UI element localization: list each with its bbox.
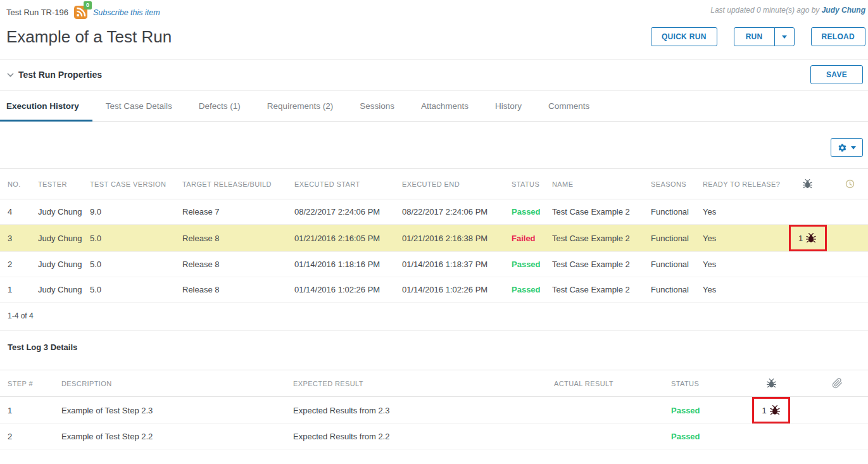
col-expected-result[interactable]: EXPECTED RESULT [286,370,546,397]
cell-no: 2 [0,252,30,277]
properties-title: Test Run Properties [18,70,102,80]
tab-bar: Execution History Test Case Details Defe… [0,91,868,122]
test-log-steps-table: STEP # DESCRIPTION EXPECTED RESULT ACTUA… [0,370,868,449]
cell-start: 08/22/2017 2:24:06 PM [287,199,394,225]
cell-seasons: Functional [643,252,695,277]
cell-tester: Judy Chung [30,277,82,303]
item-id-label: Test Run TR-196 [6,8,68,17]
cell-tester: Judy Chung [30,225,82,252]
cell-no: 4 [0,199,30,225]
defect-annotation-box[interactable]: 1 [789,225,827,251]
step-row[interactable]: 1 Example of Test Step 2.3 Expected Resu… [0,397,868,424]
grid-toolbar [0,122,868,168]
cell-actual [546,424,664,449]
page-title: Example of a Test Run [6,26,172,47]
tab-sessions[interactable]: Sessions [346,91,408,121]
bug-icon [766,378,777,389]
col-step-attachments[interactable] [806,370,868,397]
tab-requirements[interactable]: Requirements (2) [254,91,346,121]
col-description[interactable]: DESCRIPTION [54,370,286,397]
cell-end: 08/22/2017 2:24:06 PM [394,199,504,225]
col-defects[interactable] [784,169,831,199]
cell-status: Passed [504,277,544,303]
col-execution-time[interactable] [831,169,868,199]
execution-row[interactable]: 2 Judy Chung 5.0 Release 8 01/14/2016 1:… [0,252,868,277]
col-step-status[interactable]: STATUS [664,370,736,397]
cell-seasons: Functional [643,277,695,303]
col-version[interactable]: TEST CASE VERSION [82,169,175,199]
tab-attachments[interactable]: Attachments [408,91,482,121]
cell-time [831,277,868,303]
tab-comments[interactable]: Comments [535,91,603,121]
title-actions: QUICK RUN RUN RELOAD [651,27,865,46]
tab-test-case-details[interactable]: Test Case Details [92,91,186,121]
cell-step-number: 1 [0,397,54,424]
properties-bar: Test Run Properties SAVE [0,59,868,91]
run-dropdown-button[interactable] [774,27,795,46]
col-name[interactable]: NAME [544,169,643,199]
quick-run-button[interactable]: QUICK RUN [651,27,717,46]
cell-ready: Yes [695,225,784,252]
topbar: Test Run TR-196 0 Subscribe this item La… [0,0,868,22]
topbar-left: Test Run TR-196 0 Subscribe this item [6,6,160,19]
cell-ready: Yes [695,199,784,225]
cell-no: 3 [0,225,30,252]
cell-time [831,199,868,225]
last-updated: Last updated 0 minute(s) ago by Judy Chu… [710,6,867,15]
col-ready-to-release[interactable]: READY TO RELEASE? [695,169,784,199]
bug-icon [805,232,817,244]
last-updated-text: Last updated 0 minute(s) ago by [710,6,821,15]
properties-collapse-toggle[interactable]: Test Run Properties [6,70,102,80]
cell-expected: Expected Results from 2.2 [286,424,546,449]
cell-seasons: Functional [643,225,695,252]
cell-seasons: Functional [643,199,695,225]
cell-name: Test Case Example 2 [544,252,643,277]
col-executed-start[interactable]: EXECUTED START [287,169,394,199]
cell-version: 9.0 [82,199,175,225]
col-status[interactable]: STATUS [504,169,544,199]
cell-start: 01/14/2016 1:18:16 PM [287,252,394,277]
subscribe-link[interactable]: Subscribe this item [93,8,160,17]
col-step-defects[interactable] [736,370,806,397]
rss-subscribe-control[interactable]: 0 [74,6,87,19]
col-no[interactable]: NO. [0,169,30,199]
bug-icon [802,179,813,189]
col-target-release[interactable]: TARGET RELEASE/BUILD [175,169,287,199]
cell-status: Failed [504,225,544,252]
save-button[interactable]: SAVE [810,65,863,84]
steps-header-row: STEP # DESCRIPTION EXPECTED RESULT ACTUA… [0,370,868,397]
caret-down-icon [851,146,856,149]
cell-description: Example of Test Step 2.3 [54,397,286,424]
tab-execution-history[interactable]: Execution History [0,91,92,121]
col-step-number[interactable]: STEP # [0,370,54,397]
cell-end: 01/21/2016 2:16:38 PM [394,225,504,252]
defect-count: 1 [798,234,803,243]
col-tester[interactable]: TESTER [30,169,82,199]
col-executed-end[interactable]: EXECUTED END [394,169,504,199]
defect-annotation-box[interactable]: 1 [752,397,790,423]
reload-button[interactable]: RELOAD [811,27,865,46]
tab-defects[interactable]: Defects (1) [186,91,254,121]
cell-version: 5.0 [82,225,175,252]
cell-actual [546,397,664,424]
cell-time [831,225,868,252]
execution-row-selected[interactable]: 3 Judy Chung 5.0 Release 8 01/21/2016 2:… [0,225,868,252]
col-seasons[interactable]: SEASONS [643,169,695,199]
cell-name: Test Case Example 2 [544,199,643,225]
run-button[interactable]: RUN [734,27,775,46]
page: Test Run TR-196 0 Subscribe this item La… [0,0,868,464]
last-updated-user-link[interactable]: Judy Chung [822,6,865,15]
col-actual-result[interactable]: ACTUAL RESULT [546,370,664,397]
cell-no: 1 [0,277,30,303]
step-row[interactable]: 2 Example of Test Step 2.2 Expected Resu… [0,424,868,449]
execution-header-row: NO. TESTER TEST CASE VERSION TARGET RELE… [0,169,868,199]
execution-row[interactable]: 4 Judy Chung 9.0 Release 7 08/22/2017 2:… [0,199,868,225]
execution-row[interactable]: 1 Judy Chung 5.0 Release 8 01/14/2016 1:… [0,277,868,303]
tab-history[interactable]: History [482,91,535,121]
caret-down-icon [782,35,787,39]
chevron-down-icon [6,71,15,79]
cell-status: Passed [504,199,544,225]
grid-settings-button[interactable] [831,138,863,157]
cell-step-defects [736,424,806,449]
test-log-details-title: Test Log 3 Details [0,330,868,353]
